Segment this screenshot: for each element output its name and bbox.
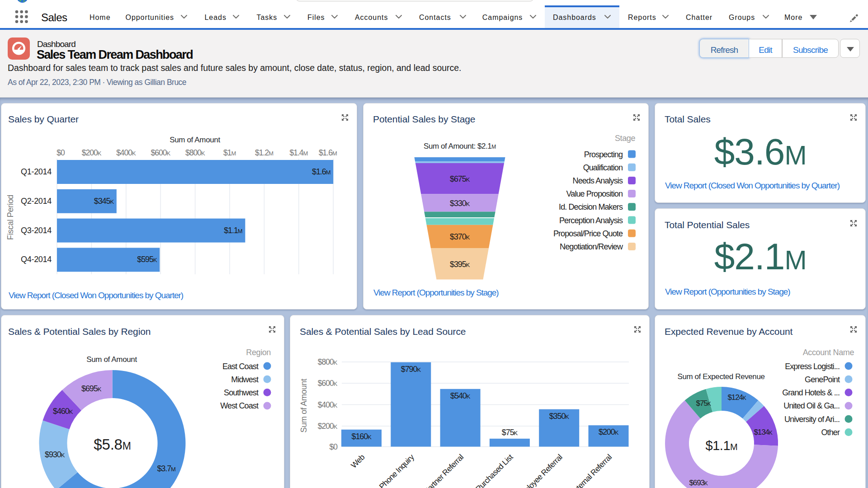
svg-text:$800K: $800K <box>318 357 338 366</box>
svg-text:$0: $0 <box>57 148 65 157</box>
svg-text:Web: Web <box>349 453 366 470</box>
svg-text:West Coast: West Coast <box>220 401 259 410</box>
svg-text:Phone Inquiry: Phone Inquiry <box>377 452 416 488</box>
svg-text:$0: $0 <box>330 442 338 451</box>
svg-text:Sum of Amount: $2.1M: Sum of Amount: $2.1M <box>424 142 496 150</box>
svg-text:$1.4M: $1.4M <box>290 148 308 157</box>
svg-text:Stage: Stage <box>615 134 635 143</box>
svg-text:Other: Other <box>821 428 840 437</box>
svg-text:Partner Referral: Partner Referral <box>422 453 465 488</box>
svg-text:GenePoint: GenePoint <box>805 375 840 384</box>
svg-text:Midwest: Midwest <box>231 375 259 384</box>
svg-text:Negotiation/Review: Negotiation/Review <box>560 242 623 251</box>
svg-text:$400K: $400K <box>318 400 338 409</box>
svg-text:$1.2M: $1.2M <box>255 148 274 157</box>
svg-text:External Referral: External Referral <box>568 453 613 488</box>
svg-text:$200K: $200K <box>318 422 338 431</box>
svg-text:$5.8M: $5.8M <box>94 436 131 453</box>
svg-text:Fiscal Period: Fiscal Period <box>6 195 15 240</box>
svg-text:$400K: $400K <box>116 148 136 157</box>
svg-text:East Coast: East Coast <box>222 362 259 371</box>
svg-text:Sum of Amount: Sum of Amount <box>299 379 308 432</box>
svg-text:Express Logisti...: Express Logisti... <box>785 362 840 371</box>
svg-text:Grand Hotels & ...: Grand Hotels & ... <box>782 388 840 397</box>
svg-text:$2.1M: $2.1M <box>714 236 807 277</box>
svg-text:$800K: $800K <box>185 148 205 157</box>
svg-text:Q2-2014: Q2-2014 <box>21 197 52 206</box>
svg-text:$200K: $200K <box>82 148 102 157</box>
svg-text:$1.1M: $1.1M <box>706 438 738 453</box>
svg-text:Sum of Expected Revenue: Sum of Expected Revenue <box>677 372 764 381</box>
svg-text:Account Name: Account Name <box>803 348 854 357</box>
svg-text:Sum of Amount: Sum of Amount <box>170 136 220 144</box>
svg-text:Prospecting: Prospecting <box>584 150 623 159</box>
svg-text:Qualification: Qualification <box>583 163 623 172</box>
svg-text:$1.6M: $1.6M <box>319 148 337 157</box>
svg-text:Proposal/Price Quote: Proposal/Price Quote <box>553 229 623 238</box>
svg-text:Perception Analysis: Perception Analysis <box>559 216 623 225</box>
svg-text:Sum of Amount: Sum of Amount <box>86 355 137 364</box>
svg-text:Q1-2014: Q1-2014 <box>21 167 52 176</box>
svg-text:Value Proposition: Value Proposition <box>566 189 623 198</box>
svg-text:University of Ari...: University of Ari... <box>784 415 840 424</box>
svg-text:Q4-2014: Q4-2014 <box>21 255 52 264</box>
svg-text:Id. Decision Makers: Id. Decision Makers <box>559 202 623 211</box>
svg-text:Region: Region <box>246 348 271 357</box>
svg-text:$1M: $1M <box>223 148 236 157</box>
svg-text:Southwest: Southwest <box>224 388 259 397</box>
svg-text:United Oil & Ga...: United Oil & Ga... <box>783 401 840 410</box>
svg-text:Q3-2014: Q3-2014 <box>21 226 52 235</box>
svg-text:$75K: $75K <box>502 428 518 437</box>
svg-text:$600K: $600K <box>318 379 338 388</box>
svg-text:Purchased List: Purchased List <box>474 452 515 488</box>
svg-text:$600K: $600K <box>151 148 171 157</box>
svg-text:Needs Analysis: Needs Analysis <box>573 176 623 185</box>
svg-text:$3.6M: $3.6M <box>714 131 807 172</box>
svg-text:Employee Referral: Employee Referral <box>514 453 564 488</box>
